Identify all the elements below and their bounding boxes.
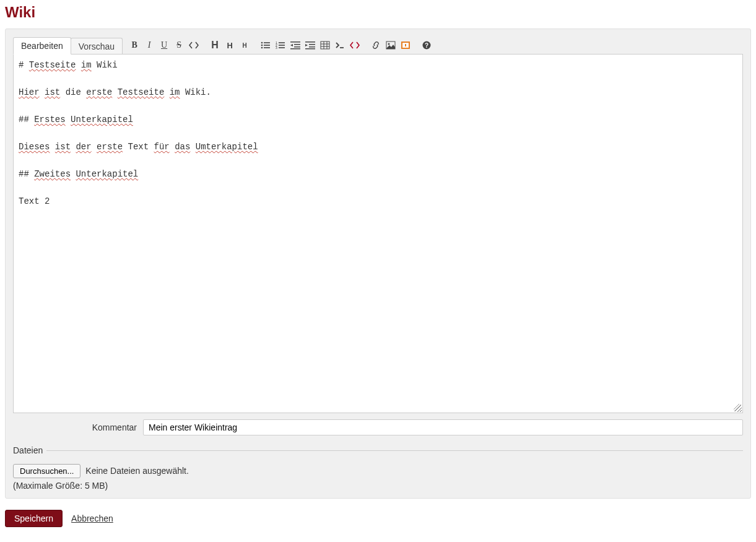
svg-text:?: ?: [425, 42, 428, 49]
svg-text:3: 3: [276, 46, 277, 50]
comment-label: Kommentar: [13, 422, 137, 432]
underline-button[interactable]: U: [158, 39, 170, 51]
svg-rect-15: [290, 48, 300, 50]
svg-rect-3: [264, 45, 270, 46]
svg-rect-19: [305, 48, 315, 50]
svg-rect-20: [321, 42, 329, 49]
svg-rect-30: [405, 44, 406, 46]
browse-button[interactable]: Durchsuchen...: [13, 464, 80, 478]
resize-handle[interactable]: [734, 404, 741, 411]
strikethrough-button[interactable]: S: [173, 39, 185, 51]
svg-rect-11: [279, 47, 285, 48]
page-title: Wiki: [5, 4, 751, 21]
help-button[interactable]: ?: [420, 39, 433, 51]
file-status: Keine Dateien ausgewählt.: [85, 466, 189, 476]
ul-button[interactable]: [259, 39, 272, 51]
tabs-row: Bearbeiten Vorschau B I U S H H H 123: [13, 37, 743, 54]
cancel-link[interactable]: Abbrechen: [71, 514, 113, 523]
files-fieldset: Dateien Durchsuchen... Keine Dateien aus…: [13, 445, 743, 491]
heading3-button[interactable]: H: [238, 39, 251, 51]
italic-button[interactable]: I: [143, 39, 155, 51]
editor-toolbar: B I U S H H H 123: [128, 39, 433, 51]
svg-rect-9: [279, 45, 285, 46]
attachment-button[interactable]: [399, 39, 412, 51]
svg-point-4: [261, 47, 263, 49]
svg-rect-18: [309, 46, 315, 48]
svg-rect-13: [294, 44, 300, 45]
outdent-button[interactable]: [289, 39, 302, 51]
pre-button[interactable]: [334, 39, 346, 51]
svg-point-2: [261, 45, 263, 46]
heading2-button[interactable]: H: [224, 39, 236, 51]
svg-rect-12: [290, 42, 300, 43]
table-button[interactable]: [319, 39, 331, 51]
save-button[interactable]: Speichern: [5, 510, 63, 527]
comment-input[interactable]: [143, 419, 743, 435]
indent-button[interactable]: [304, 39, 316, 51]
svg-rect-16: [305, 42, 315, 43]
code-inline-button[interactable]: [188, 39, 200, 51]
tab-edit[interactable]: Bearbeiten: [13, 37, 71, 55]
tab-preview[interactable]: Vorschau: [71, 38, 123, 55]
svg-point-0: [261, 42, 263, 44]
highlight-code-button[interactable]: [349, 39, 361, 51]
bold-button[interactable]: B: [128, 39, 141, 51]
svg-point-27: [388, 43, 390, 45]
image-button[interactable]: [385, 39, 397, 51]
svg-rect-1: [264, 42, 270, 43]
editor-panel: Bearbeiten Vorschau B I U S H H H 123: [5, 28, 751, 499]
svg-rect-7: [279, 42, 285, 43]
heading1-button[interactable]: H: [209, 39, 221, 51]
file-size-hint: (Maximale Größe: 5 MB): [13, 481, 743, 491]
svg-rect-5: [264, 47, 270, 48]
ol-button[interactable]: 123: [274, 39, 287, 51]
svg-rect-17: [309, 44, 315, 45]
svg-rect-14: [294, 46, 300, 48]
link-button[interactable]: [370, 39, 382, 51]
files-legend: Dateien: [13, 445, 46, 455]
wiki-content-textarea[interactable]: # Testseite im Wiki Hier ist die erste T…: [13, 54, 743, 413]
